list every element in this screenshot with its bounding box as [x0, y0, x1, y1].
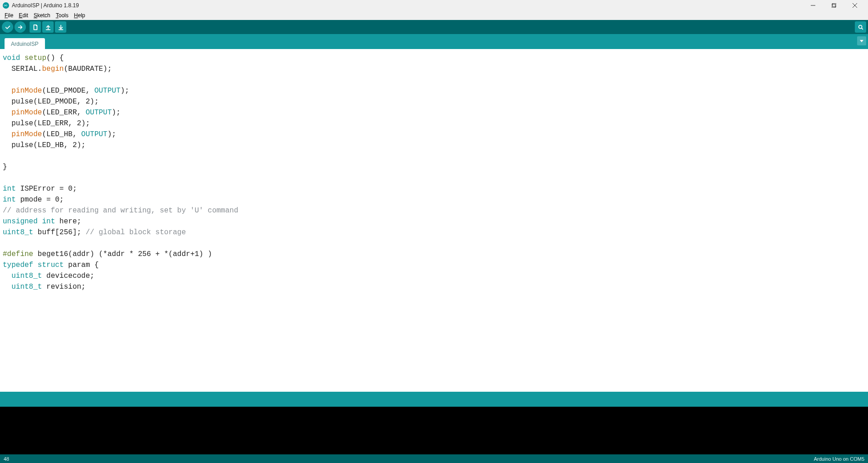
new-sketch-button[interactable] — [30, 21, 41, 33]
svg-rect-2 — [833, 3, 836, 7]
menu-edit[interactable]: Edit — [16, 11, 31, 20]
menu-sketch[interactable]: Sketch — [31, 11, 53, 20]
svg-marker-12 — [860, 40, 863, 42]
menubar: File Edit Sketch Tools Help — [0, 10, 868, 20]
console-output[interactable] — [0, 407, 868, 454]
open-sketch-button[interactable] — [42, 21, 54, 33]
message-bar — [0, 392, 868, 407]
close-button[interactable] — [844, 0, 865, 10]
tab-arduinoisp[interactable]: ArduinoISP — [5, 38, 45, 49]
code-editor[interactable]: void setup() { SERIAL.begin(BAUDRATE); p… — [0, 49, 868, 392]
arduino-logo-icon — [3, 2, 9, 9]
svg-line-11 — [861, 28, 863, 29]
tabstrip: ArduinoISP — [0, 34, 868, 49]
titlebar: ArduinoISP | Arduino 1.8.19 — [0, 0, 868, 10]
save-sketch-button[interactable] — [55, 21, 66, 33]
tab-menu-button[interactable] — [857, 36, 866, 45]
arduino-ide-window: ArduinoISP | Arduino 1.8.19 File Edit Sk… — [0, 0, 868, 463]
statusbar: 48 Arduino Uno on COM5 — [0, 454, 868, 463]
svg-rect-1 — [832, 4, 835, 8]
maximize-button[interactable] — [823, 0, 844, 10]
cursor-line-number: 48 — [4, 456, 9, 462]
verify-button[interactable] — [2, 21, 13, 33]
minimize-button[interactable] — [803, 0, 823, 10]
menu-tools[interactable]: Tools — [53, 11, 71, 20]
serial-monitor-button[interactable] — [855, 21, 866, 33]
toolbar — [0, 20, 868, 34]
menu-help[interactable]: Help — [71, 11, 88, 20]
menu-file[interactable]: File — [2, 11, 16, 20]
window-title: ArduinoISP | Arduino 1.8.19 — [12, 2, 803, 9]
upload-button[interactable] — [15, 21, 26, 33]
board-port-label: Arduino Uno on COM5 — [814, 456, 864, 462]
